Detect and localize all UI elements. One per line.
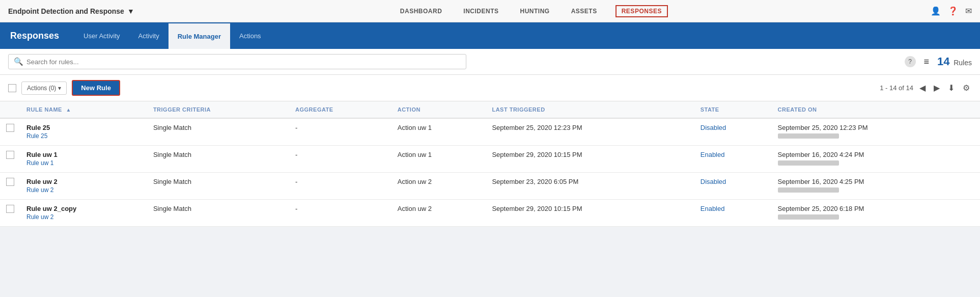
row-checkbox-2[interactable]: [6, 178, 14, 186]
rule-name-main: Rule uw 2_copy: [26, 205, 141, 212]
action-cell: Action uw 2: [391, 173, 486, 200]
row-checkbox-0[interactable]: [6, 124, 14, 132]
mail-icon[interactable]: ✉: [965, 6, 972, 16]
table-body: Rule 25Rule 25Single Match-Action uw 1Se…: [0, 118, 980, 227]
new-rule-button[interactable]: New Rule: [72, 80, 120, 96]
col-header-action: ACTION: [391, 101, 486, 118]
last-triggered-cell: September 29, 2020 10:15 PM: [486, 200, 694, 227]
action-cell: Action uw 1: [391, 118, 486, 146]
sub-header: Responses User ActivityActivityRule Mana…: [0, 22, 980, 49]
rule-name-main: Rule uw 1: [26, 151, 141, 158]
table-row[interactable]: Rule uw 2Rule uw 2Single Match-Action uw…: [0, 173, 980, 200]
nav-item-hunting[interactable]: HUNTING: [517, 6, 553, 17]
state-cell[interactable]: Disabled: [694, 118, 772, 146]
table-row[interactable]: Rule uw 2_copyRule uw 2Single Match-Acti…: [0, 200, 980, 227]
app-title: Endpoint Detection and Response: [8, 7, 124, 15]
col-header-triggerCriteria: TRIGGER CRITERIA: [147, 101, 289, 118]
rule-name-cell: Rule uw 2Rule uw 2: [20, 173, 147, 200]
row-checkbox-1[interactable]: [6, 151, 14, 159]
rule-name-main: Rule uw 2: [26, 178, 141, 185]
search-help-icon[interactable]: ?: [905, 56, 916, 67]
aggregate-cell: -: [289, 173, 391, 200]
prev-page-button[interactable]: ◀: [917, 82, 928, 94]
nav-item-dashboard[interactable]: DASHBOARD: [397, 6, 445, 17]
app-title-area: Endpoint Detection and Response ▼: [8, 7, 134, 15]
top-nav-right-icons: 👤 ❓ ✉: [931, 6, 972, 16]
table-row[interactable]: Rule uw 1Rule uw 1Single Match-Action uw…: [0, 146, 980, 173]
actions-right: 1 - 14 of 14 ◀ ▶ ⬇ ⚙: [880, 82, 972, 94]
state-cell[interactable]: Enabled: [694, 146, 772, 173]
nav-item-incidents[interactable]: INCIDENTS: [460, 6, 501, 17]
rule-name-sub[interactable]: Rule 25: [26, 132, 141, 140]
main-nav-links: DASHBOARDINCIDENTSHUNTINGASSETSRESPONSES: [397, 5, 668, 17]
col-header-createdOn: CREATED ON: [772, 101, 980, 118]
created-on-cell: September 16, 2020 4:24 PM: [772, 146, 980, 173]
row-checkbox-3[interactable]: [6, 205, 14, 213]
col-header-ruleName[interactable]: RULE NAME ▲: [20, 101, 147, 118]
last-triggered-cell: September 29, 2020 10:15 PM: [486, 146, 694, 173]
help-icon[interactable]: ❓: [948, 6, 958, 16]
state-cell[interactable]: Enabled: [694, 200, 772, 227]
table-row[interactable]: Rule 25Rule 25Single Match-Action uw 1Se…: [0, 118, 980, 146]
created-on-cell: September 25, 2020 12:23 PM: [772, 118, 980, 146]
aggregate-cell: -: [289, 118, 391, 146]
nav-item-responses[interactable]: RESPONSES: [615, 5, 668, 17]
select-all-checkbox[interactable]: [8, 84, 16, 92]
rule-name-cell: Rule uw 2_copyRule uw 2: [20, 200, 147, 227]
trigger-criteria-cell: Single Match: [147, 173, 289, 200]
sub-header-tabs: User ActivityActivityRule ManagerActions: [74, 22, 270, 49]
section-title: Responses: [10, 31, 59, 41]
search-bar-right: ? ≡ 14 Rules: [905, 55, 972, 68]
search-input-wrap: 🔍: [8, 54, 466, 69]
redacted-bar: [778, 160, 839, 166]
table-header: RULE NAME ▲TRIGGER CRITERIAAGGREGATEACTI…: [0, 101, 980, 118]
aggregate-cell: -: [289, 200, 391, 227]
redacted-bar: [778, 187, 839, 193]
redacted-bar: [778, 133, 839, 139]
app-title-dropdown-arrow[interactable]: ▼: [127, 7, 134, 15]
action-cell: Action uw 1: [391, 146, 486, 173]
search-icon: 🔍: [14, 57, 23, 66]
rule-name-sub[interactable]: Rule uw 2: [26, 213, 141, 221]
search-bar-row: 🔍 ? ≡ 14 Rules: [0, 49, 980, 75]
settings-button[interactable]: ⚙: [961, 82, 972, 94]
top-navigation: Endpoint Detection and Response ▼ DASHBO…: [0, 0, 980, 22]
tab-rule-manager[interactable]: Rule Manager: [169, 22, 230, 49]
menu-icon[interactable]: ≡: [924, 57, 930, 67]
tab-activity[interactable]: Activity: [129, 22, 169, 49]
actions-dropdown-button[interactable]: Actions (0) ▾: [21, 82, 67, 95]
rule-name-cell: Rule 25Rule 25: [20, 118, 147, 146]
rules-count: 14: [937, 55, 949, 68]
redacted-bar: [778, 214, 839, 220]
user-icon[interactable]: 👤: [931, 6, 941, 16]
last-triggered-cell: September 25, 2020 12:23 PM: [486, 118, 694, 146]
rule-name-sub[interactable]: Rule uw 1: [26, 159, 141, 167]
rule-name-main: Rule 25: [26, 124, 141, 131]
trigger-criteria-cell: Single Match: [147, 118, 289, 146]
action-cell: Action uw 2: [391, 200, 486, 227]
tab-user-activity[interactable]: User Activity: [74, 22, 129, 49]
state-cell[interactable]: Disabled: [694, 173, 772, 200]
created-on-cell: September 25, 2020 6:18 PM: [772, 200, 980, 227]
download-button[interactable]: ⬇: [946, 82, 957, 94]
pagination-text: 1 - 14 of 14: [880, 84, 913, 92]
actions-left: Actions (0) ▾ New Rule: [8, 80, 120, 96]
rule-name-sub[interactable]: Rule uw 2: [26, 186, 141, 194]
tab-actions[interactable]: Actions: [230, 22, 270, 49]
trigger-criteria-cell: Single Match: [147, 146, 289, 173]
nav-item-assets[interactable]: ASSETS: [568, 6, 600, 17]
created-on-cell: September 16, 2020 4:25 PM: [772, 173, 980, 200]
last-triggered-cell: September 23, 2020 6:05 PM: [486, 173, 694, 200]
col-header-lastTriggered: LAST TRIGGERED: [486, 101, 694, 118]
rules-table: RULE NAME ▲TRIGGER CRITERIAAGGREGATEACTI…: [0, 101, 980, 227]
aggregate-cell: -: [289, 146, 391, 173]
next-page-button[interactable]: ▶: [932, 82, 942, 94]
col-header-aggregate: AGGREGATE: [289, 101, 391, 118]
rules-table-wrap: RULE NAME ▲TRIGGER CRITERIAAGGREGATEACTI…: [0, 101, 980, 227]
actions-row: Actions (0) ▾ New Rule 1 - 14 of 14 ◀ ▶ …: [0, 75, 980, 101]
rules-label: Rules: [954, 59, 972, 67]
rule-name-cell: Rule uw 1Rule uw 1: [20, 146, 147, 173]
col-header-state: STATE: [694, 101, 772, 118]
search-input[interactable]: [26, 58, 461, 66]
trigger-criteria-cell: Single Match: [147, 200, 289, 227]
